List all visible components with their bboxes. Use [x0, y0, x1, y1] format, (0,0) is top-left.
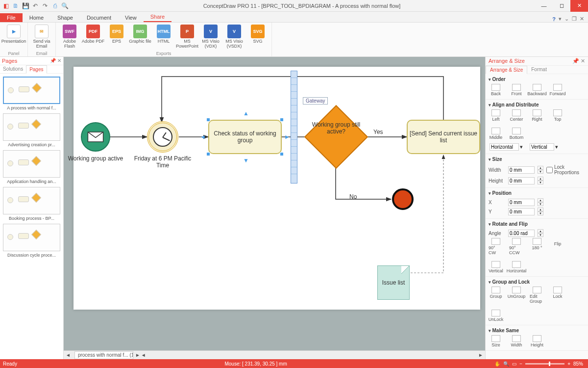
close-button[interactable]: ✕ [570, 0, 588, 12]
unlock-button[interactable]: UnLock [489, 310, 503, 322]
tab-share[interactable]: Share [144, 12, 172, 22]
flip-horizontal-button[interactable]: Horizontal [509, 261, 524, 273]
pages-tab-pages[interactable]: Pages [26, 65, 47, 74]
presentation-button[interactable]: ▶ Presentation [2, 24, 25, 44]
qat-save-icon[interactable]: 💾 [22, 2, 29, 10]
canvas[interactable]: Working group active Friday at 6 PM Paci… [74, 67, 480, 310]
page-thumbnail[interactable]: Discussion cycle proce... [3, 224, 60, 258]
close-panel-icon[interactable]: ✕ [57, 58, 61, 63]
x-input[interactable] [508, 199, 535, 206]
connect-arrow-icon[interactable]: ◄ [200, 133, 206, 140]
tab-document[interactable]: Document [80, 13, 118, 22]
zoom-in-icon[interactable]: + [567, 361, 570, 367]
angle-input[interactable] [508, 230, 535, 237]
flip-vertical-button[interactable]: Vertical [489, 261, 503, 273]
export-graphic-file-button[interactable]: IMGGraphic file [128, 24, 152, 49]
send-email-button[interactable]: ✉ Send via Email [30, 24, 53, 49]
scroll-right-icon[interactable]: ► [478, 352, 483, 358]
order-backward-button[interactable]: Backward [530, 84, 544, 96]
selection-handle[interactable] [206, 118, 210, 122]
ungroup-button[interactable]: UnGroup [509, 287, 524, 304]
tab-file[interactable]: File [0, 13, 23, 22]
page-thumbnail[interactable]: A process with normal f... [3, 77, 60, 110]
end-event[interactable] [392, 188, 414, 210]
export-adobe-flash-button[interactable]: SWFAdobe Flash [58, 24, 81, 49]
close-doc-icon[interactable]: ✕ [580, 16, 584, 22]
align-middle-button[interactable]: Middle [489, 128, 503, 140]
connect-arrow-icon[interactable]: ▲ [243, 110, 249, 117]
close-panel-icon[interactable]: ✕ [581, 58, 585, 64]
rotate-ccw-button[interactable]: 90° CCW [509, 238, 524, 255]
page-thumbnail[interactable]: Booking process - BP... [3, 187, 60, 221]
page-thumbnail[interactable]: Advertising creation pr... [3, 113, 60, 147]
export-visio-vdx-button[interactable]: VMS Visio (VDX) [199, 24, 222, 49]
selection-handle[interactable] [280, 118, 284, 122]
qat-redo-icon[interactable]: ↷ [41, 2, 49, 10]
next-page-icon[interactable]: ► [135, 352, 140, 358]
minimize-button[interactable]: — [535, 0, 553, 12]
mode-dropdown-icon[interactable]: ▾ [559, 16, 562, 22]
lock-button[interactable]: Lock [550, 287, 565, 304]
page-thumbnail[interactable]: Application handling an... [3, 150, 60, 184]
height-input[interactable] [508, 177, 535, 184]
connect-arrow-icon[interactable]: ► [284, 133, 290, 140]
align-right-button[interactable]: Right [530, 109, 544, 122]
y-input[interactable] [508, 208, 535, 215]
canvas-area[interactable]: Working group active Friday at 6 PM Paci… [64, 57, 485, 359]
tab-shape[interactable]: Shape [50, 13, 80, 22]
width-input[interactable] [508, 166, 535, 174]
export-powerpoint-button[interactable]: PMS PowerPoint [175, 24, 199, 49]
align-center-button[interactable]: Center [509, 109, 524, 122]
fit-page-icon[interactable]: ▭ [512, 361, 516, 367]
align-top-button[interactable]: Top [550, 109, 565, 122]
collapse-ribbon-icon[interactable]: ⌄ [564, 16, 569, 22]
group-button[interactable]: Group [489, 287, 503, 304]
chevron-down-icon[interactable]: ▾ [555, 144, 558, 150]
pin-icon[interactable]: 📌 [572, 58, 579, 64]
order-forward-button[interactable]: Forward [550, 84, 565, 96]
export-svg-button[interactable]: SVGSVG [246, 24, 270, 49]
pin-icon[interactable]: 📌 [50, 58, 56, 63]
export-html-button[interactable]: HTMLHTML [152, 24, 175, 49]
arrange-tab-format[interactable]: Format [527, 66, 551, 74]
distribute-h-select[interactable] [490, 143, 519, 151]
order-back-button[interactable]: Back [489, 84, 503, 96]
same-height-button[interactable]: Height [530, 335, 544, 347]
task-send-issue-list[interactable]: [Send] Send current issue list [407, 120, 480, 154]
zoom-level[interactable]: 85% [573, 361, 583, 367]
same-width-button[interactable]: Width [509, 335, 524, 347]
help-icon[interactable]: ? [552, 16, 556, 22]
zoom-slider[interactable] [525, 363, 564, 365]
restore-window-icon[interactable]: ❐ [572, 16, 577, 22]
pages-list[interactable]: A process with normal f...Advertising cr… [0, 74, 63, 359]
qat-print-icon[interactable]: ⎙ [51, 2, 59, 10]
qat-preview-icon[interactable]: 🔍 [61, 2, 69, 10]
chevron-down-icon[interactable]: ▾ [520, 144, 523, 150]
tab-home[interactable]: Home [23, 13, 50, 22]
arrange-tab-arrange[interactable]: Arrange & Size [486, 66, 527, 74]
export-visio-vsdx-button[interactable]: VMS Visio (VSDX) [222, 24, 246, 49]
zoom-out-icon[interactable]: − [519, 361, 522, 367]
document-tab[interactable]: process with normal f... (1/16) ▾ [74, 351, 133, 359]
task-check-status[interactable]: Check status of working group [208, 120, 282, 154]
scroll-left-icon[interactable]: ◄ [141, 352, 146, 358]
same-size-button[interactable]: Size [489, 335, 503, 347]
align-bottom-button[interactable]: Bottom [509, 128, 524, 140]
lock-proportions-checkbox[interactable]: Lock Proportions [546, 164, 563, 175]
selection-handle[interactable] [206, 152, 210, 156]
spin-down-icon[interactable]: ▼ [538, 170, 543, 174]
qat-new-icon[interactable]: 🗎 [12, 2, 20, 10]
timer-event[interactable] [147, 121, 178, 153]
align-left-button[interactable]: Left [489, 109, 503, 122]
maximize-button[interactable]: ◻ [553, 0, 570, 12]
pages-tab-solutions[interactable]: Solutions [0, 65, 26, 73]
rotate-cw-button[interactable]: 90° CW [489, 238, 503, 255]
export-adobe-pdf-button[interactable]: PDFAdobe PDF [81, 24, 105, 49]
pan-tool-icon[interactable]: ✋ [494, 361, 500, 367]
start-event[interactable] [81, 122, 110, 152]
data-object-issue-list[interactable]: Issue list [377, 265, 410, 300]
distribute-v-select[interactable] [530, 143, 554, 151]
quick-shapes-toolbox[interactable] [291, 71, 297, 184]
tab-view[interactable]: View [118, 13, 144, 22]
edit-group-button[interactable]: Edit Group [530, 287, 544, 304]
